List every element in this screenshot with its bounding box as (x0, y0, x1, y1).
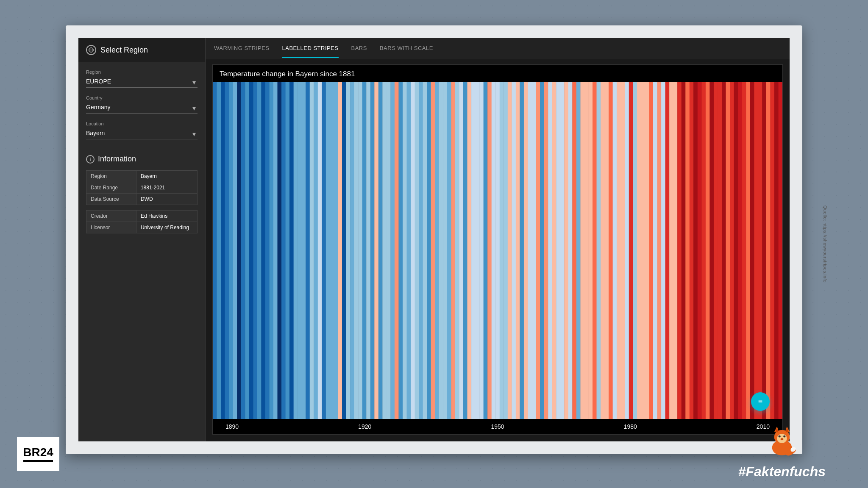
info-table-1: RegionBayernDate Range1881-2021Data Sour… (86, 170, 198, 205)
svg-rect-29 (318, 82, 322, 419)
svg-rect-86 (548, 82, 552, 419)
svg-rect-33 (334, 82, 338, 419)
tab-labelled-stripes[interactable]: LABELLED STRIPES (282, 39, 339, 58)
tab-warming-stripes[interactable]: WARMING STRIPES (214, 39, 270, 58)
svg-rect-94 (580, 82, 584, 419)
svg-rect-81 (528, 82, 532, 419)
svg-rect-105 (625, 82, 629, 419)
info-section: i Information RegionBayernDate Range1881… (78, 147, 205, 238)
svg-rect-72 (492, 82, 496, 419)
svg-rect-129 (722, 82, 726, 419)
svg-rect-83 (536, 82, 540, 419)
faktenfuchs-area: #Faktenfuchs (738, 419, 826, 480)
svg-rect-12 (249, 82, 253, 419)
svg-rect-79 (520, 82, 524, 419)
svg-rect-17 (269, 82, 273, 419)
svg-rect-126 (709, 82, 714, 419)
svg-rect-104 (621, 82, 625, 419)
svg-rect-91 (568, 82, 573, 419)
location-select[interactable]: Bayern (86, 128, 198, 139)
svg-rect-127 (714, 82, 718, 419)
info-value: DWD (136, 194, 197, 205)
svg-rect-133 (738, 82, 742, 419)
svg-rect-40 (362, 82, 367, 419)
svg-rect-123 (698, 82, 702, 419)
region-label: Region (86, 69, 198, 75)
svg-rect-14 (257, 82, 262, 419)
svg-rect-102 (613, 82, 617, 419)
globe-icon (86, 45, 96, 55)
svg-rect-103 (617, 82, 621, 419)
svg-rect-135 (746, 82, 750, 419)
country-select[interactable]: Germany (86, 102, 198, 114)
svg-rect-106 (629, 82, 633, 419)
svg-rect-76 (508, 82, 512, 419)
svg-rect-143 (778, 82, 782, 419)
chart-container: Temperature change in Bayern since 1881 … (212, 64, 783, 435)
svg-rect-74 (500, 82, 504, 419)
svg-rect-75 (504, 82, 508, 419)
svg-rect-51 (407, 82, 411, 419)
svg-rect-62 (451, 82, 455, 419)
svg-point-155 (781, 438, 784, 440)
stripes-visualization (213, 82, 782, 419)
svg-rect-48 (395, 82, 399, 419)
inner-content: Select Region Region EUROPE ▾ Country Ge… (78, 38, 790, 441)
country-label: Country (86, 95, 198, 100)
svg-rect-98 (597, 82, 601, 419)
svg-rect-78 (516, 82, 520, 419)
svg-rect-27 (310, 82, 314, 419)
svg-rect-142 (774, 82, 779, 419)
main-card: Select Region Region EUROPE ▾ Country Ge… (66, 25, 802, 454)
br24-text: BR24 (23, 446, 53, 458)
table-row: Date Range1881-2021 (86, 182, 198, 194)
info-key: Creator (86, 211, 136, 222)
svg-rect-16 (265, 82, 270, 419)
svg-rect-109 (641, 82, 645, 419)
x-label-1950: 1950 (491, 423, 504, 430)
svg-rect-132 (734, 82, 738, 419)
svg-rect-73 (495, 82, 500, 419)
location-label: Location (86, 121, 198, 126)
x-label-1890: 1890 (225, 423, 239, 430)
svg-rect-58 (435, 82, 439, 419)
table-row: Data SourceDWD (86, 194, 198, 205)
svg-rect-140 (766, 82, 771, 419)
svg-rect-118 (677, 82, 682, 419)
svg-rect-8 (233, 82, 237, 419)
fab-button[interactable]: ≡ (751, 392, 770, 411)
svg-rect-22 (289, 82, 294, 419)
svg-rect-65 (463, 82, 467, 419)
svg-rect-24 (298, 82, 302, 419)
info-value: 1881-2021 (136, 182, 197, 194)
info-header: i Information (86, 155, 198, 164)
svg-rect-107 (633, 82, 637, 419)
chart-title: Temperature change in Bayern since 1881 (220, 70, 355, 78)
svg-rect-34 (338, 82, 342, 419)
svg-rect-92 (572, 82, 576, 419)
svg-rect-63 (455, 82, 459, 419)
faktenfuchs-text: #Faktenfuchs (738, 464, 826, 480)
svg-rect-20 (281, 82, 286, 419)
svg-rect-85 (544, 82, 548, 419)
source-text: Quelle: https://showyourstripes.info (823, 205, 828, 283)
svg-rect-141 (770, 82, 774, 419)
svg-rect-50 (403, 82, 407, 419)
svg-rect-49 (398, 82, 403, 419)
info-key: Date Range (86, 182, 136, 194)
svg-rect-18 (273, 82, 278, 419)
tab-bars[interactable]: BARS (351, 39, 367, 58)
table-row: CreatorEd Hawkins (86, 211, 198, 222)
svg-rect-59 (439, 82, 443, 419)
info-key: Licensor (86, 222, 136, 233)
svg-rect-90 (564, 82, 568, 419)
svg-rect-55 (423, 82, 427, 419)
svg-rect-5 (221, 82, 225, 419)
svg-rect-71 (487, 82, 492, 419)
svg-rect-39 (358, 82, 362, 419)
info-icon: i (86, 155, 95, 164)
svg-rect-119 (682, 82, 686, 419)
region-select[interactable]: EUROPE (86, 76, 198, 88)
svg-rect-31 (326, 82, 330, 419)
tab-bars-with-scale[interactable]: BARS WITH SCALE (380, 39, 433, 58)
